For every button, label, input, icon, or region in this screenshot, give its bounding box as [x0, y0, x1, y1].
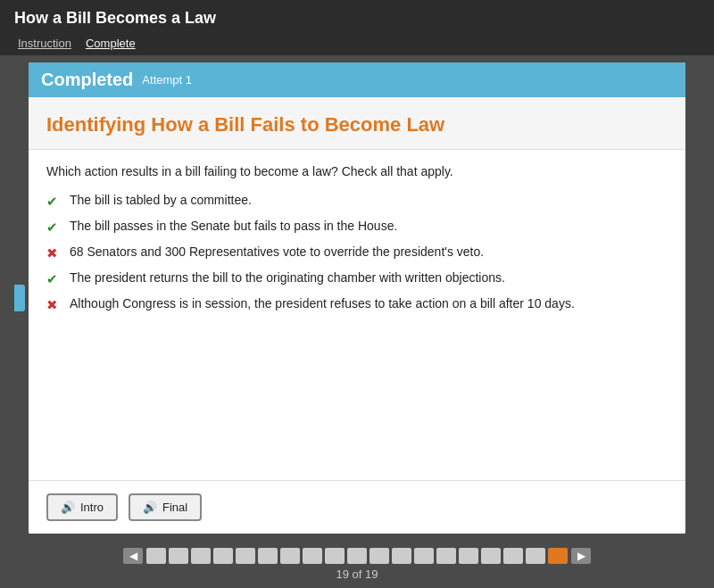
page-title: How a Bill Becomes a Law — [14, 9, 700, 28]
top-tabs: Instruction Complete — [14, 33, 700, 55]
nav-tile-16[interactable] — [481, 548, 501, 564]
content-card: Completed Attempt 1 Identifying How a Bi… — [29, 62, 685, 534]
nav-tile-2[interactable] — [169, 548, 188, 564]
incorrect-icon: ✖ — [46, 245, 62, 261]
left-indicator — [14, 285, 25, 311]
nav-tile-4[interactable] — [213, 548, 233, 564]
nav-tile-10[interactable] — [347, 548, 367, 564]
intro-button[interactable]: 🔊 Intro — [46, 493, 118, 521]
correct-icon: ✔ — [46, 219, 62, 236]
answer-item-0: ✔The bill is tabled by a committee. — [46, 193, 668, 210]
nav-tile-1[interactable] — [146, 548, 166, 564]
app-container: How a Bill Becomes a Law Instruction Com… — [0, 0, 714, 588]
incorrect-icon: ✖ — [46, 297, 62, 313]
nav-next-button[interactable]: ▶ — [571, 548, 591, 564]
intro-label: Intro — [80, 501, 104, 514]
answer-text-2: 68 Senators and 300 Representatives vote… — [70, 244, 484, 259]
bottom-toolbar: 🔊 Intro 🔊 Final — [29, 480, 685, 534]
speaker-icon-intro: 🔊 — [61, 501, 75, 514]
page-count: 19 of 19 — [0, 567, 714, 588]
answer-item-1: ✔The bill passes in the Senate but fails… — [46, 219, 668, 236]
top-bar: How a Bill Becomes a Law Instruction Com… — [0, 0, 714, 55]
tab-instruction[interactable]: Instruction — [14, 33, 82, 55]
question-title: Identifying How a Bill Fails to Become L… — [46, 113, 668, 137]
nav-tile-9[interactable] — [325, 548, 345, 564]
attempt-label: Attempt 1 — [142, 73, 192, 87]
nav-tile-18[interactable] — [526, 548, 545, 564]
answer-text-1: The bill passes in the Senate but fails … — [70, 219, 397, 233]
answer-text-4: Although Congress is in session, the pre… — [70, 296, 575, 311]
answer-item-3: ✔The president returns the bill to the o… — [46, 270, 668, 287]
nav-tile-7[interactable] — [280, 548, 300, 564]
question-title-bar: Identifying How a Bill Fails to Become L… — [29, 97, 685, 150]
correct-icon: ✔ — [46, 194, 62, 210]
nav-tile-6[interactable] — [258, 548, 278, 564]
nav-tile-5[interactable] — [236, 548, 255, 564]
nav-tile-19[interactable] — [548, 548, 568, 564]
answer-text-0: The bill is tabled by a committee. — [70, 193, 252, 207]
question-prompt: Which action results in a bill failing t… — [46, 164, 668, 178]
answer-text-3: The president returns the bill to the or… — [70, 270, 505, 285]
nav-section: ◀ ▶ 19 of 19 — [0, 534, 714, 588]
nav-tile-17[interactable] — [503, 548, 523, 564]
answer-item-4: ✖Although Congress is in session, the pr… — [46, 296, 668, 313]
correct-icon: ✔ — [46, 271, 62, 287]
nav-tile-15[interactable] — [459, 548, 478, 564]
nav-tile-14[interactable] — [436, 548, 456, 564]
final-label: Final — [162, 501, 187, 514]
answer-item-2: ✖68 Senators and 300 Representatives vot… — [46, 244, 668, 261]
question-body: Which action results in a bill failing t… — [29, 150, 685, 480]
nav-prev-button[interactable]: ◀ — [123, 548, 143, 564]
nav-tile-12[interactable] — [392, 548, 411, 564]
nav-tile-8[interactable] — [303, 548, 322, 564]
completed-bar: Completed Attempt 1 — [29, 62, 685, 97]
nav-tile-11[interactable] — [369, 548, 389, 564]
tab-complete[interactable]: Complete — [82, 33, 146, 55]
nav-tiles — [146, 548, 568, 564]
completed-label: Completed — [41, 70, 133, 90]
nav-tile-13[interactable] — [414, 548, 434, 564]
final-button[interactable]: 🔊 Final — [129, 493, 202, 521]
nav-bar: ◀ ▶ — [0, 539, 714, 567]
nav-tile-3[interactable] — [191, 548, 211, 564]
answer-list: ✔The bill is tabled by a committee.✔The … — [46, 193, 668, 313]
speaker-icon-final: 🔊 — [143, 501, 157, 514]
